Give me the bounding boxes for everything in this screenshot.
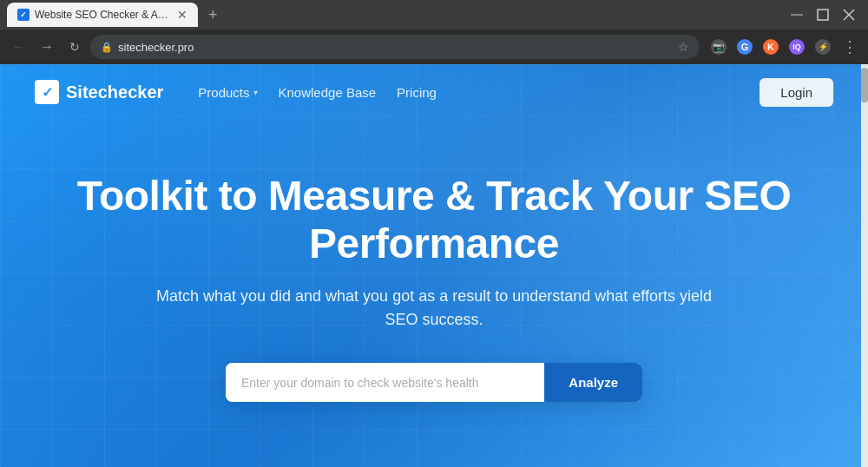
- keeper-extension[interactable]: K: [759, 35, 783, 59]
- hero-section: Toolkit to Measure & Track Your SEO Perf…: [0, 120, 868, 402]
- minimize-button[interactable]: [785, 3, 809, 27]
- url-display: sitechecker.pro: [118, 41, 673, 54]
- keeper-icon: K: [763, 39, 779, 55]
- address-bar[interactable]: 🔒 sitechecker.pro ☆: [90, 35, 700, 59]
- products-dropdown-arrow: ▾: [253, 88, 258, 97]
- reload-button[interactable]: ↻: [62, 35, 87, 59]
- back-button[interactable]: ←: [7, 35, 31, 59]
- tab-favicon: ✓: [17, 9, 30, 21]
- extensions-area: 📷 G K IQ ⚡: [707, 35, 835, 59]
- hero-title: Toolkit to Measure & Track Your SEO Perf…: [35, 172, 833, 267]
- bookmark-button[interactable]: ☆: [678, 40, 689, 54]
- active-tab[interactable]: ✓ Website SEO Checker & Audit To ✕: [7, 3, 198, 27]
- tab-bar: ✓ Website SEO Checker & Audit To ✕ +: [0, 0, 868, 30]
- domain-input[interactable]: [226, 363, 544, 402]
- tab-close-button[interactable]: ✕: [177, 9, 187, 21]
- site-logo[interactable]: ✓ Sitechecker: [35, 80, 163, 104]
- more-options-button[interactable]: ⋮: [838, 37, 861, 56]
- favicon-check: ✓: [20, 10, 27, 19]
- products-label: Products: [198, 85, 249, 100]
- iq-extension[interactable]: IQ: [785, 35, 809, 59]
- forward-button[interactable]: →: [35, 35, 59, 59]
- nav-links: Products ▾ Knowledge Base Pricing: [198, 85, 760, 100]
- google-extension[interactable]: G: [733, 35, 757, 59]
- hero-subtitle: Match what you did and what you got as a…: [139, 285, 729, 332]
- nav-products[interactable]: Products ▾: [198, 85, 257, 100]
- lock-icon: 🔒: [101, 42, 113, 53]
- nav-knowledge-base[interactable]: Knowledge Base: [279, 85, 377, 100]
- window-controls: [785, 3, 861, 27]
- logo-checkmark: ✓: [35, 80, 59, 104]
- new-tab-button[interactable]: +: [201, 6, 225, 24]
- camera-icon: 📷: [711, 39, 727, 55]
- analyze-button[interactable]: Analyze: [544, 363, 642, 402]
- misc-extension[interactable]: ⚡: [811, 35, 835, 59]
- site-nav: ✓ Sitechecker Products ▾ Knowledge Base …: [0, 64, 868, 120]
- camera-extension[interactable]: 📷: [707, 35, 731, 59]
- website-content: ✓ Sitechecker Products ▾ Knowledge Base …: [0, 64, 868, 467]
- svg-rect-0: [791, 15, 803, 16]
- tab-title: Website SEO Checker & Audit To: [35, 9, 172, 21]
- login-button[interactable]: Login: [760, 78, 833, 107]
- svg-rect-1: [818, 10, 828, 20]
- misc-icon: ⚡: [815, 39, 831, 55]
- nav-pricing[interactable]: Pricing: [397, 85, 437, 100]
- close-button[interactable]: [837, 3, 861, 27]
- google-icon: G: [737, 39, 753, 55]
- knowledge-base-label: Knowledge Base: [279, 85, 377, 100]
- logo-text: Sitechecker: [66, 82, 163, 102]
- address-bar-row: ← → ↻ 🔒 sitechecker.pro ☆ 📷 G K IQ ⚡ ⋮: [0, 30, 868, 64]
- search-bar: Analyze: [226, 363, 642, 402]
- pricing-label: Pricing: [397, 85, 437, 100]
- browser-chrome: ✓ Website SEO Checker & Audit To ✕ + ← →…: [0, 0, 868, 64]
- iq-icon: IQ: [789, 39, 805, 55]
- checkmark-icon: ✓: [42, 84, 53, 101]
- restore-button[interactable]: [811, 3, 835, 27]
